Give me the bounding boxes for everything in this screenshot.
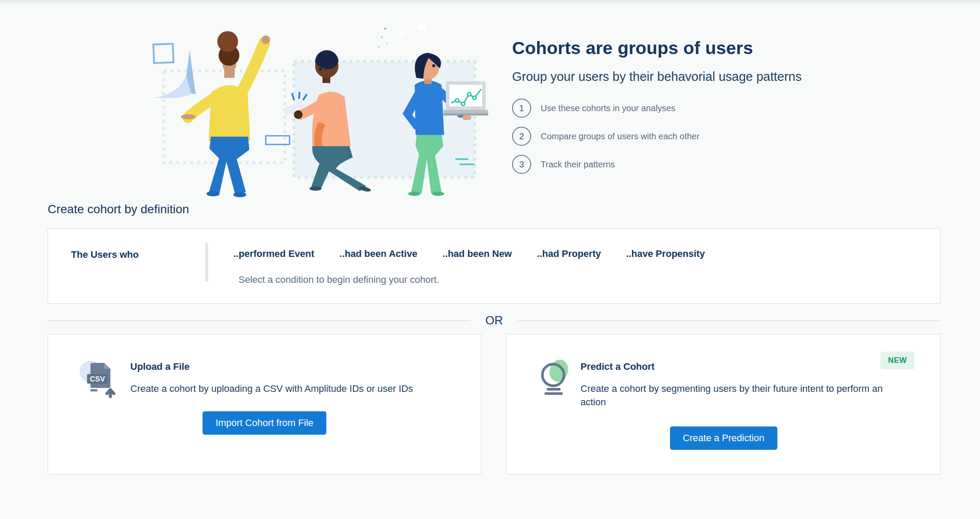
- decor-speck: [386, 42, 388, 44]
- cohort-landing-page: Cohorts are groups of users Group your u…: [0, 0, 980, 519]
- condition-options: ..performed Event ..had been Active ..ha…: [233, 248, 705, 260]
- condition-hint: Select a condition to begin defining you…: [239, 274, 439, 285]
- condition-have-propensity[interactable]: ..have Propensity: [626, 248, 705, 260]
- upload-card-description: Create a cohort by uploading a CSV with …: [130, 382, 413, 395]
- predict-card-description: Create a cohort by segmenting users by t…: [580, 382, 883, 409]
- upload-card-title: Upload a File: [130, 361, 190, 372]
- decor-dot: [400, 32, 405, 37]
- step-label: Use these cohorts in your analyses: [541, 103, 675, 113]
- cohorts-illustration: [100, 16, 489, 200]
- step-item-3: 3 Track their patterns: [512, 155, 936, 174]
- divider-line: [48, 320, 471, 321]
- subject-label: The Users who: [71, 249, 139, 260]
- definition-divider: [205, 243, 208, 282]
- svg-text:CSV: CSV: [90, 375, 106, 383]
- sketch-square-icon: [153, 44, 173, 63]
- decor-dot: [418, 23, 426, 31]
- or-divider: OR: [48, 309, 941, 332]
- csv-file-upload-icon: CSV: [79, 359, 121, 398]
- person-paper-plane: [155, 31, 270, 197]
- step-item-1: 1 Use these cohorts in your analyses: [512, 99, 936, 118]
- divider-line: [518, 320, 941, 321]
- step-label: Track their patterns: [541, 160, 615, 170]
- or-label: OR: [471, 314, 518, 327]
- step-number-badge: 1: [512, 99, 531, 118]
- step-item-2: 2 Compare groups of users with each othe…: [512, 127, 936, 146]
- import-cohort-button[interactable]: Import Cohort from File: [203, 411, 326, 435]
- predict-card-title: Predict a Cohort: [580, 361, 654, 372]
- step-number-badge: 3: [512, 155, 531, 174]
- page-subtitle: Group your users by their behavorial usa…: [512, 70, 936, 84]
- steps-list: 1 Use these cohorts in your analyses 2 C…: [512, 99, 936, 174]
- decor-speck: [384, 28, 387, 30]
- crystal-ball-icon: [538, 359, 574, 397]
- page-top-divider: [0, 0, 980, 5]
- create-prediction-button[interactable]: Create a Prediction: [670, 426, 777, 450]
- hero-text-block: Cohorts are groups of users Group your u…: [512, 38, 936, 183]
- new-badge: NEW: [880, 352, 915, 369]
- predict-cohort-card: NEW Predict a Cohort Create a cohort by …: [506, 334, 941, 474]
- upload-file-card: CSV Upload a File Create a cohort by upl…: [48, 334, 481, 474]
- decor-speck: [381, 36, 383, 38]
- condition-performed-event[interactable]: ..performed Event: [233, 248, 314, 260]
- condition-had-property[interactable]: ..had Property: [537, 248, 601, 260]
- condition-had-been-new[interactable]: ..had been New: [442, 248, 512, 260]
- step-number-badge: 2: [512, 127, 531, 146]
- cohort-definition-box: The Users who ..performed Event ..had be…: [48, 228, 941, 304]
- page-title: Cohorts are groups of users: [512, 38, 936, 58]
- condition-had-been-active[interactable]: ..had been Active: [339, 248, 417, 260]
- decor-speck: [378, 46, 380, 48]
- step-label: Compare groups of users with each other: [541, 131, 700, 141]
- laptop-chart: [443, 81, 488, 120]
- definition-section-heading: Create cohort by definition: [48, 202, 189, 216]
